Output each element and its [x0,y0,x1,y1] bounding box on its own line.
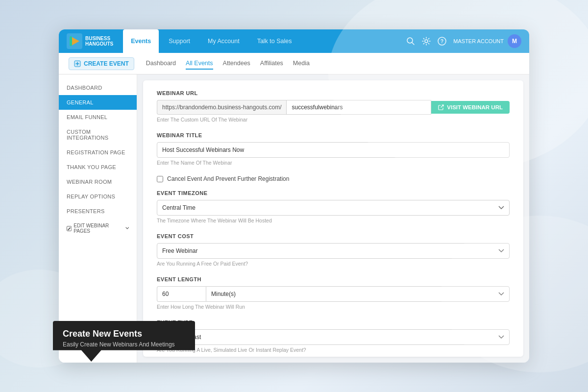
custom-url-input[interactable] [286,100,431,115]
webinar-title-label: WEBINAR TITLE [157,132,510,138]
event-timezone-section: EVENT TIMEZONE Central Time Eastern Time… [157,190,510,223]
nav-tabs: Events Support My Account Talk to Sales [123,29,406,53]
create-event-icon [74,60,81,67]
event-timezone-select[interactable]: Central Time Eastern Time Pacific Time M… [157,200,510,216]
webinar-title-input[interactable] [157,142,510,158]
search-icon[interactable] [406,37,415,46]
cancel-event-row: Cancel Event And Prevent Further Registr… [157,175,510,182]
top-nav: BUSINESS HANGOUTS Events Support My Acco… [59,29,529,53]
form-area: WEBINAR URL https://brandondemo.business… [143,80,523,357]
sidebar-item-replayoptions[interactable]: REPLAY OPTIONS [59,189,137,204]
logo: BUSINESS HANGOUTS [67,33,113,49]
logo-icon [67,33,82,49]
webinar-url-hint: Enter The Custom URL Of The Webinar [157,117,510,122]
event-type-section: EVENT TYPE Live Broadcast Simulated Live… [157,319,510,353]
webinar-url-section: WEBINAR URL https://brandondemo.business… [157,90,510,122]
nav-tab-myaccount[interactable]: My Account [200,29,247,53]
cancel-event-checkbox[interactable] [157,176,163,182]
svg-point-8 [425,40,428,43]
tooltip-title: Create New Events [63,329,185,339]
sidebar-edit-webinar-pages[interactable]: EDIT WEBINAR PAGES [59,219,137,238]
visit-webinar-url-button[interactable]: VISIT WEBINAR URL [431,101,510,114]
gear-icon[interactable] [422,37,431,46]
svg-line-7 [412,43,415,45]
webinar-url-label: WEBINAR URL [157,90,510,96]
event-type-select[interactable]: Live Broadcast Simulated Live Instant Re… [157,329,510,345]
main-content: DASHBOARD GENERAL EMAIL FUNNEL CUSTOM IN… [59,74,529,363]
create-event-button[interactable]: CREATE EVENT [69,57,134,70]
event-type-label: EVENT TYPE [157,319,510,325]
duration-unit-select[interactable]: Minute(s) Hour(s) [206,286,510,302]
tooltip: Create New Events Easily Create New Webi… [53,321,195,362]
cancel-event-label: Cancel Event And Prevent Further Registr… [167,175,289,182]
subnav-link-attendees[interactable]: Attendees [223,58,250,70]
duration-input[interactable] [157,286,206,302]
nav-tab-events[interactable]: Events [123,29,159,53]
url-row: https://brandondemo.business-hangouts.co… [157,100,510,115]
event-timezone-hint: The Timezone Where The Webinar Will Be H… [157,218,510,223]
link-icon [438,104,444,110]
sidebar-item-presenters[interactable]: PRESENTERS [59,204,137,219]
sidebar-item-webinarroom[interactable]: WEBINAR ROOM [59,174,137,189]
nav-tab-support[interactable]: Support [161,29,198,53]
url-base: https://brandondemo.business-hangouts.co… [157,100,286,115]
subnav-link-media[interactable]: Media [293,58,310,70]
help-icon[interactable]: ? [438,37,446,46]
subnav-link-dashboard[interactable]: Dashboard [146,58,176,70]
nav-right: ? MASTER ACCOUNT M [406,34,521,48]
sidebar-item-emailfunnel[interactable]: EMAIL FUNNEL [59,110,137,124]
event-cost-section: EVENT COST Free Webinar Paid Event Are Y… [157,233,510,267]
sub-nav: CREATE EVENT Dashboard All Events Attend… [59,53,529,74]
event-timezone-label: EVENT TIMEZONE [157,190,510,196]
sidebar-item-customintegrations[interactable]: CUSTOM INTEGRATIONS [59,124,137,145]
event-length-label: EVENT LENGTH [157,276,510,282]
sidebar-item-registrationpage[interactable]: REGISTRATION PAGE [59,145,137,160]
duration-row: Minute(s) Hour(s) [157,286,510,302]
event-length-section: EVENT LENGTH Minute(s) Hour(s) Enter How… [157,276,510,310]
subnav-link-allevents[interactable]: All Events [186,58,213,70]
master-account: MASTER ACCOUNT M [453,34,521,48]
chevron-down-icon [125,226,129,230]
sidebar-item-general[interactable]: GENERAL [59,95,137,110]
event-type-hint: Are You Running A Live, Simulated Live O… [157,347,510,353]
event-cost-label: EVENT COST [157,233,510,239]
svg-text:?: ? [441,39,443,44]
svg-rect-5 [70,36,72,46]
logo-text: BUSINESS HANGOUTS [85,36,113,47]
sidebar-item-thankyoupage[interactable]: THANK YOU PAGE [59,160,137,174]
webinar-title-hint: Enter The Name Of The Webinar [157,160,510,166]
tooltip-subtitle: Easily Create New Webinars And Meetings [63,341,185,348]
event-length-hint: Enter How Long The Webinar Will Run [157,304,510,310]
sidebar-item-dashboard[interactable]: DASHBOARD [59,80,137,95]
event-cost-hint: Are You Running A Free Or Paid Event? [157,261,510,267]
avatar: M [508,34,521,48]
nav-tab-talktosales[interactable]: Talk to Sales [249,29,300,53]
sidebar: DASHBOARD GENERAL EMAIL FUNNEL CUSTOM IN… [59,74,137,363]
subnav-link-affiliates[interactable]: Affiliates [260,58,283,70]
webinar-title-section: WEBINAR TITLE Enter The Name Of The Webi… [157,132,510,166]
app-window: BUSINESS HANGOUTS Events Support My Acco… [59,29,529,363]
sub-nav-links: Dashboard All Events Attendees Affiliate… [146,58,519,70]
edit-icon [67,226,72,231]
event-cost-select[interactable]: Free Webinar Paid Event [157,243,510,259]
